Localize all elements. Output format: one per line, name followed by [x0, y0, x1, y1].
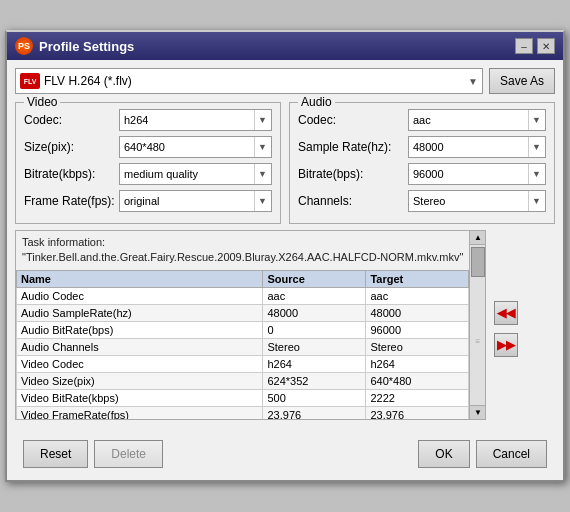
video-size-select[interactable]: 640*480 ▼: [119, 136, 272, 158]
window-title: Profile Settings: [39, 39, 134, 54]
table-row: Audio SampleRate(hz)4800048000: [17, 304, 469, 321]
video-framerate-value: original: [124, 195, 254, 207]
video-bitrate-row: Bitrate(kbps): medium quality ▼: [24, 163, 272, 185]
profile-settings-window: PS Profile Settings – ✕ FLV FLV H.264 (*…: [5, 30, 565, 482]
table-row: Audio ChannelsStereoStereo: [17, 338, 469, 355]
profile-dropdown[interactable]: FLV FLV H.264 (*.flv) ▼: [15, 68, 483, 94]
video-group-label: Video: [24, 95, 60, 109]
cell-target: 23.976: [366, 406, 469, 419]
cell-name: Audio Channels: [17, 338, 263, 355]
flv-icon: FLV: [20, 73, 40, 89]
bottom-bar: Reset Delete OK Cancel: [15, 436, 555, 472]
audio-bitrate-row: Bitrate(bps): 96000 ▼: [298, 163, 546, 185]
bottom-right-buttons: OK Cancel: [418, 440, 547, 468]
video-size-value: 640*480: [124, 141, 254, 153]
cell-name: Video Size(pix): [17, 372, 263, 389]
table-row: Audio BitRate(bps)096000: [17, 321, 469, 338]
titlebar-buttons: – ✕: [515, 38, 555, 54]
task-info-text: Task information: "Tinker.Bell.and.the.G…: [16, 231, 469, 270]
audio-samplerate-value: 48000: [413, 141, 528, 153]
col-source-header: Source: [263, 270, 366, 287]
next-arrow-button[interactable]: ▶▶: [494, 333, 518, 357]
video-bitrate-arrow: ▼: [254, 164, 267, 184]
video-size-label: Size(pix):: [24, 140, 119, 154]
table-row: Video Codech264h264: [17, 355, 469, 372]
cell-name: Audio Codec: [17, 287, 263, 304]
settings-columns: Video Codec: h264 ▼ Size(pix): 640*480 ▼: [15, 102, 555, 224]
cell-source: 624*352: [263, 372, 366, 389]
profile-row: FLV FLV H.264 (*.flv) ▼ Save As: [15, 68, 555, 94]
audio-channels-row: Channels: Stereo ▼: [298, 190, 546, 212]
audio-channels-arrow: ▼: [528, 191, 541, 211]
audio-codec-value: aac: [413, 114, 528, 126]
audio-samplerate-select[interactable]: 48000 ▼: [408, 136, 546, 158]
cell-source: Stereo: [263, 338, 366, 355]
close-button[interactable]: ✕: [537, 38, 555, 54]
audio-bitrate-value: 96000: [413, 168, 528, 180]
task-info-label: Task information:: [22, 236, 105, 248]
task-info-inner: Task information: "Tinker.Bell.and.the.G…: [16, 231, 469, 419]
cell-target: Stereo: [366, 338, 469, 355]
audio-codec-select[interactable]: aac ▼: [408, 109, 546, 131]
ok-button[interactable]: OK: [418, 440, 469, 468]
minimize-button[interactable]: –: [515, 38, 533, 54]
cell-source: 0: [263, 321, 366, 338]
cell-target: 96000: [366, 321, 469, 338]
cell-source: 23.976: [263, 406, 366, 419]
scroll-down-button[interactable]: ▼: [470, 405, 485, 419]
cell-target: aac: [366, 287, 469, 304]
task-table: Name Source Target Audio CodecaacaacAudi…: [16, 270, 469, 419]
table-row: Video Size(pix)624*352640*480: [17, 372, 469, 389]
delete-button[interactable]: Delete: [94, 440, 163, 468]
audio-channels-value: Stereo: [413, 195, 528, 207]
cell-name: Video Codec: [17, 355, 263, 372]
task-section-wrapper: Task information: "Tinker.Bell.and.the.G…: [15, 230, 555, 428]
video-codec-row: Codec: h264 ▼: [24, 109, 272, 131]
video-group: Video Codec: h264 ▼ Size(pix): 640*480 ▼: [15, 102, 281, 224]
task-table-container[interactable]: Name Source Target Audio CodecaacaacAudi…: [16, 270, 469, 419]
video-framerate-select[interactable]: original ▼: [119, 190, 272, 212]
cell-name: Video FrameRate(fps): [17, 406, 263, 419]
table-row: Audio Codecaacaac: [17, 287, 469, 304]
video-framerate-row: Frame Rate(fps): original ▼: [24, 190, 272, 212]
audio-channels-label: Channels:: [298, 194, 408, 208]
main-content: FLV FLV H.264 (*.flv) ▼ Save As Video Co…: [7, 60, 563, 480]
prev-arrow-button[interactable]: ◀◀: [494, 301, 518, 325]
cell-target: 640*480: [366, 372, 469, 389]
scrollbar: ▲ ≡ ▼: [469, 231, 485, 419]
app-icon: PS: [15, 37, 33, 55]
cell-target: h264: [366, 355, 469, 372]
cell-source: aac: [263, 287, 366, 304]
video-size-arrow: ▼: [254, 137, 267, 157]
video-codec-select[interactable]: h264 ▼: [119, 109, 272, 131]
audio-codec-row: Codec: aac ▼: [298, 109, 546, 131]
scroll-up-button[interactable]: ▲: [470, 231, 485, 245]
profile-select-text: FLV H.264 (*.flv): [44, 74, 468, 88]
scroll-thumb[interactable]: [471, 247, 485, 277]
video-codec-label: Codec:: [24, 113, 119, 127]
reset-button[interactable]: Reset: [23, 440, 88, 468]
video-bitrate-select[interactable]: medium quality ▼: [119, 163, 272, 185]
video-codec-arrow: ▼: [254, 110, 267, 130]
video-framerate-label: Frame Rate(fps):: [24, 194, 119, 208]
cancel-button[interactable]: Cancel: [476, 440, 547, 468]
audio-codec-arrow: ▼: [528, 110, 541, 130]
audio-channels-select[interactable]: Stereo ▼: [408, 190, 546, 212]
cell-name: Video BitRate(kbps): [17, 389, 263, 406]
video-framerate-arrow: ▼: [254, 191, 267, 211]
video-bitrate-label: Bitrate(kbps):: [24, 167, 119, 181]
cell-source: 500: [263, 389, 366, 406]
profile-dropdown-arrow: ▼: [468, 76, 478, 87]
cell-name: Audio BitRate(bps): [17, 321, 263, 338]
audio-bitrate-select[interactable]: 96000 ▼: [408, 163, 546, 185]
cell-target: 2222: [366, 389, 469, 406]
bottom-left-buttons: Reset Delete: [23, 440, 163, 468]
video-size-row: Size(pix): 640*480 ▼: [24, 136, 272, 158]
task-info-filename: "Tinker.Bell.and.the.Great.Fairy.Rescue.…: [22, 251, 463, 263]
audio-samplerate-row: Sample Rate(hz): 48000 ▼: [298, 136, 546, 158]
col-target-header: Target: [366, 270, 469, 287]
side-arrows: ◀◀ ▶▶: [490, 230, 520, 428]
save-as-button[interactable]: Save As: [489, 68, 555, 94]
audio-group: Audio Codec: aac ▼ Sample Rate(hz): 4800…: [289, 102, 555, 224]
scroll-track: ≡: [476, 277, 481, 405]
